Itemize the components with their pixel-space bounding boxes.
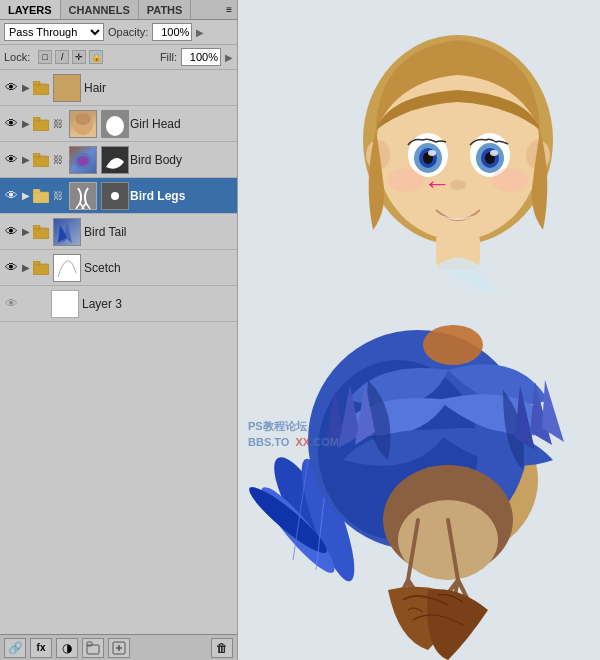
layer-mask-bird-body xyxy=(101,146,129,174)
svg-point-50 xyxy=(388,168,424,192)
layer-styles-btn[interactable]: fx xyxy=(30,638,52,658)
layer-mask-bird-legs xyxy=(101,182,129,210)
tab-bar: LAYERS CHANNELS PATHS ≡ xyxy=(0,0,237,20)
fill-label: Fill: xyxy=(160,51,177,63)
layer-row-bird-body[interactable]: 👁 ▶ ⛓ xyxy=(0,142,237,178)
layer-visibility-layer3[interactable]: 👁 xyxy=(2,295,20,313)
layer-row-hair[interactable]: 👁 ▶ Hair xyxy=(0,70,237,106)
layer-row-girl-head[interactable]: 👁 ▶ ⛓ xyxy=(0,106,237,142)
opacity-label: Opacity: xyxy=(108,26,148,38)
panel-menu-button[interactable]: ≡ xyxy=(221,2,237,17)
lock-row: Lock: □ / ✛ 🔒 Fill: ▶ xyxy=(0,45,237,70)
opacity-arrow[interactable]: ▶ xyxy=(196,27,204,38)
layer-folder-icon-bird-body xyxy=(32,151,50,169)
layer-expand-bird-body[interactable]: ▶ xyxy=(20,151,32,169)
layer-link-girl-head: ⛓ xyxy=(50,115,66,133)
svg-rect-7 xyxy=(33,156,49,167)
layer-folder-icon-bird-tail xyxy=(32,223,50,241)
layer-thumb-girl-head xyxy=(69,110,97,138)
layer-name-sketch: Scetch xyxy=(84,261,235,275)
blend-mode-select[interactable]: Pass Through Normal xyxy=(4,23,104,41)
svg-point-6 xyxy=(106,116,124,136)
svg-rect-12 xyxy=(33,189,40,193)
canvas-area: ← PS教程论坛 BBS.TO XX.COM xyxy=(238,0,600,660)
tab-channels[interactable]: CHANNELS xyxy=(61,0,139,19)
delete-layer-btn[interactable]: 🗑 xyxy=(211,638,233,658)
svg-point-53 xyxy=(423,325,483,365)
svg-rect-8 xyxy=(33,153,40,157)
adjustment-layer-btn[interactable]: ◑ xyxy=(56,638,78,658)
lock-label: Lock: xyxy=(4,51,30,63)
svg-point-13 xyxy=(111,192,119,200)
svg-rect-11 xyxy=(33,192,49,203)
layer-thumb-sketch xyxy=(53,254,81,282)
fill-arrow[interactable]: ▶ xyxy=(225,52,233,63)
svg-rect-0 xyxy=(33,84,49,95)
svg-point-10 xyxy=(77,156,89,166)
layer-name-hair: Hair xyxy=(84,81,235,95)
app-container: LAYERS CHANNELS PATHS ≡ Pass Through Nor… xyxy=(0,0,600,660)
svg-rect-15 xyxy=(33,225,40,229)
link-layers-btn[interactable]: 🔗 xyxy=(4,638,26,658)
lock-paint-btn[interactable]: / xyxy=(55,50,69,64)
layer-link-bird-body: ⛓ xyxy=(50,151,66,169)
new-group-btn[interactable] xyxy=(82,638,104,658)
layer-row-bird-legs[interactable]: 👁 ▶ ⛓ xyxy=(0,178,237,214)
lock-position-btn[interactable]: ✛ xyxy=(72,50,86,64)
layer-name-bird-legs: Bird Legs xyxy=(130,189,235,203)
layer-thumb-hair xyxy=(53,74,81,102)
layer-link-bird-legs: ⛓ xyxy=(50,187,66,205)
svg-point-49 xyxy=(450,180,466,190)
svg-rect-1 xyxy=(33,81,40,85)
opacity-input[interactable] xyxy=(152,23,192,41)
layer-expand-bird-tail[interactable]: ▶ xyxy=(20,223,32,241)
layer-name-layer3: Layer 3 xyxy=(82,297,235,311)
blend-opacity-row: Pass Through Normal Opacity: ▶ xyxy=(0,20,237,45)
pink-arrow-indicator: ← xyxy=(423,168,451,200)
svg-rect-14 xyxy=(33,228,49,239)
layer-expand-bird-legs[interactable]: ▶ xyxy=(20,187,32,205)
layer-name-bird-tail: Bird Tail xyxy=(84,225,235,239)
layer-expand-girl-head[interactable]: ▶ xyxy=(20,115,32,133)
layer-no-folder-layer3 xyxy=(32,295,48,313)
layer-row-sketch[interactable]: 👁 ▶ Scetch xyxy=(0,250,237,286)
layer-no-expand-layer3 xyxy=(20,295,32,313)
layer-name-bird-body: Bird Body xyxy=(130,153,235,167)
new-layer-btn[interactable] xyxy=(108,638,130,658)
svg-rect-2 xyxy=(33,120,49,131)
layer-mask-girl-head xyxy=(101,110,129,138)
tab-layers[interactable]: LAYERS xyxy=(0,0,61,19)
lock-all-btn[interactable]: 🔒 xyxy=(89,50,103,64)
layer-visibility-girl-head[interactable]: 👁 xyxy=(2,115,20,133)
layers-panel: LAYERS CHANNELS PATHS ≡ Pass Through Nor… xyxy=(0,0,238,660)
layer-thumb-bird-tail xyxy=(53,218,81,246)
layer-expand-sketch[interactable]: ▶ xyxy=(20,259,32,277)
layer-thumb-bird-body xyxy=(69,146,97,174)
layer-visibility-bird-tail[interactable]: 👁 xyxy=(2,223,20,241)
watermark-text: PS教程论坛 BBS.TO XX.COM xyxy=(248,419,339,450)
layer-folder-icon-girl-head xyxy=(32,115,50,133)
layer-thumb-bird-legs xyxy=(69,182,97,210)
layer-visibility-sketch[interactable]: 👁 xyxy=(2,259,20,277)
layers-toolbar: 🔗 fx ◑ 🗑 xyxy=(0,634,237,660)
svg-point-51 xyxy=(492,168,528,192)
lock-icons-group: □ / ✛ 🔒 xyxy=(38,50,103,64)
layer-visibility-hair[interactable]: 👁 xyxy=(2,79,20,97)
svg-rect-3 xyxy=(33,117,40,121)
svg-rect-16 xyxy=(33,264,49,275)
layer-folder-icon-bird-legs xyxy=(32,187,50,205)
svg-point-43 xyxy=(428,150,436,156)
layer-thumb-layer3 xyxy=(51,290,79,318)
svg-point-48 xyxy=(490,150,498,156)
layer-expand-hair[interactable]: ▶ xyxy=(20,79,32,97)
layers-list: 👁 ▶ Hair 👁 ▶ xyxy=(0,70,237,634)
layer-row-bird-tail[interactable]: 👁 ▶ Bird Tail xyxy=(0,214,237,250)
layer-visibility-bird-legs[interactable]: 👁 xyxy=(2,187,20,205)
lock-transparency-btn[interactable]: □ xyxy=(38,50,52,64)
tab-paths[interactable]: PATHS xyxy=(139,0,192,19)
fill-input[interactable] xyxy=(181,48,221,66)
layer-folder-icon-sketch xyxy=(32,259,50,277)
layer-row-layer3[interactable]: 👁 Layer 3 xyxy=(0,286,237,322)
layer-visibility-bird-body[interactable]: 👁 xyxy=(2,151,20,169)
layer-folder-icon-hair xyxy=(32,79,50,97)
